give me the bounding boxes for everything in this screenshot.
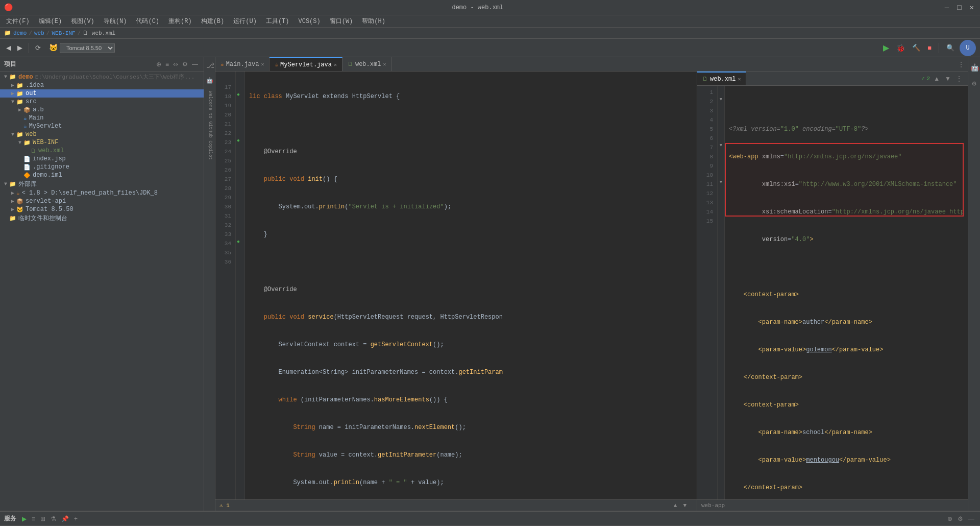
tab-webxml-right[interactable]: 🗋 web.xml ✕ bbox=[697, 71, 746, 86]
expand-arrow-web[interactable]: ▼ bbox=[9, 132, 16, 137]
scroll-up-xml[interactable]: ▲ bbox=[932, 75, 941, 83]
sidebar-expand-button[interactable]: ⇔ bbox=[172, 60, 180, 68]
service-pin-btn[interactable]: 📌 bbox=[60, 515, 70, 523]
bottom-expand-btn[interactable]: ⊕ bbox=[946, 515, 954, 523]
expand-arrow-out[interactable]: ▶ bbox=[9, 90, 16, 97]
build-button[interactable]: 🔨 bbox=[910, 43, 922, 53]
menu-tools[interactable]: 工具(T) bbox=[262, 16, 293, 27]
bottom-close-btn[interactable]: — bbox=[967, 515, 976, 523]
tree-item-out[interactable]: ▶ 📁 out bbox=[0, 89, 204, 98]
editor-menu-button[interactable]: ⋮ bbox=[957, 60, 966, 68]
close-button[interactable]: ✕ bbox=[968, 3, 976, 12]
xml-menu-btn[interactable]: ⋮ bbox=[954, 75, 964, 83]
service-add-btn[interactable]: + bbox=[72, 515, 79, 523]
expand-arrow-jdk[interactable]: ▶ bbox=[9, 190, 16, 196]
tab-close-myservlet[interactable]: ✕ bbox=[334, 62, 337, 68]
tree-item-jdk[interactable]: ▶ ☕ < 1.8 > D:\self_need_path_files\JDK_… bbox=[0, 189, 204, 197]
breadcrumb-web[interactable]: web bbox=[34, 30, 44, 36]
tree-item-webxml[interactable]: 🗋 web.xml bbox=[0, 147, 204, 155]
scroll-down-xml[interactable]: ▼ bbox=[943, 75, 952, 83]
maximize-button[interactable]: □ bbox=[955, 4, 963, 12]
toolbar-update-button[interactable]: ⟳ bbox=[33, 43, 43, 53]
tree-item-main[interactable]: ☕ Main bbox=[0, 114, 204, 122]
service-split-btn[interactable]: ⊞ bbox=[39, 515, 47, 523]
expand-arrow-extlibs[interactable]: ▼ bbox=[2, 181, 9, 187]
tree-item-demo[interactable]: ▼ 📁 demo E:\Undergraduate\School\Courses… bbox=[0, 73, 204, 81]
toolbar: ◀ ▶ ⟳ 🐱 Tomcat 8.5.50 ▶ 🐞 🔨 ■ 🔍 U bbox=[0, 39, 980, 57]
copilot-icon[interactable]: 🤖 bbox=[204, 75, 215, 86]
breadcrumb-webinf[interactable]: WEB-INF bbox=[52, 30, 75, 36]
menu-code[interactable]: 代码(C) bbox=[132, 16, 163, 27]
tree-item-web[interactable]: ▼ 📁 web bbox=[0, 130, 204, 138]
expand-arrow-src[interactable]: ▼ bbox=[9, 99, 16, 105]
breadcrumb-demo[interactable]: demo bbox=[13, 30, 27, 36]
search-button[interactable]: 🔍 bbox=[944, 43, 957, 53]
tree-item-tomcatlib[interactable]: ▶ 🐱 Tomcat 8.5.50 bbox=[0, 205, 204, 213]
settings-side-btn[interactable]: ⚙ bbox=[968, 77, 980, 90]
run-button[interactable]: ▶ bbox=[881, 42, 891, 54]
bottom-settings-btn[interactable]: ⚙ bbox=[956, 515, 965, 523]
toolbar-back-button[interactable]: ◀ bbox=[4, 43, 13, 53]
welcome-icon[interactable]: Welcome to GitHub Copilot bbox=[204, 89, 215, 162]
tab-close-webxml-right[interactable]: ✕ bbox=[738, 76, 741, 82]
code-line-22 bbox=[249, 257, 693, 267]
tree-item-webinf[interactable]: ▼ 📁 WEB-INF bbox=[0, 138, 204, 147]
tab-close-mainjava[interactable]: ✕ bbox=[261, 61, 264, 67]
stop-button[interactable]: ■ bbox=[925, 43, 934, 53]
menu-navigate[interactable]: 导航(N) bbox=[100, 16, 131, 27]
editor-myservlet: 17 18 19 20 21 22 23 24 25 26 27 28 bbox=[215, 71, 697, 511]
menu-edit[interactable]: 编辑(E) bbox=[35, 16, 66, 27]
tree-item-indexjsp[interactable]: 📄 index.jsp bbox=[0, 155, 204, 163]
run-gutter-23[interactable]: ● bbox=[237, 138, 243, 147]
expand-arrow-ab[interactable]: ▶ bbox=[16, 107, 23, 113]
menu-vcs[interactable]: VCS(S) bbox=[294, 17, 324, 26]
expand-arrow-demo[interactable]: ▼ bbox=[2, 74, 9, 80]
expand-arrow-servletapi[interactable]: ▶ bbox=[9, 198, 16, 204]
copilot-button[interactable]: 🤖 bbox=[968, 61, 980, 74]
debug-button[interactable]: 🐞 bbox=[894, 43, 907, 53]
tree-item-temp[interactable]: 📁 临时文件和控制台 bbox=[0, 213, 204, 223]
tab-myservlet[interactable]: ☕ MyServlet.java ✕ bbox=[270, 57, 342, 71]
scroll-up-btn[interactable]: ▲ bbox=[674, 503, 677, 509]
service-tree-btn[interactable]: ≡ bbox=[30, 515, 37, 523]
folder-icon-src: 📁 bbox=[16, 99, 23, 105]
menu-view[interactable]: 视图(V) bbox=[67, 16, 99, 27]
sidebar-minimize-button[interactable]: — bbox=[190, 60, 200, 68]
tree-item-myservlet[interactable]: ☕ MyServlet bbox=[0, 122, 204, 130]
menu-build[interactable]: 构建(B) bbox=[197, 16, 229, 27]
user-avatar[interactable]: U bbox=[960, 40, 976, 56]
minimize-button[interactable]: — bbox=[943, 4, 951, 12]
service-filter-btn[interactable]: ⚗ bbox=[49, 515, 58, 523]
sidebar-scope-button[interactable]: ⊕ bbox=[155, 60, 163, 68]
expand-arrow-webinf[interactable]: ▼ bbox=[16, 140, 23, 146]
tree-item-demoixml[interactable]: 🔶 demo.iml bbox=[0, 171, 204, 179]
tree-item-idea[interactable]: ▶ 📁 .idea bbox=[0, 81, 204, 89]
tree-item-ab[interactable]: ▶ 📦 a.b bbox=[0, 106, 204, 114]
menu-run[interactable]: 运行(U) bbox=[229, 16, 261, 27]
git-icon[interactable]: ⎇ bbox=[204, 59, 215, 72]
sidebar-collapse-button[interactable]: ≡ bbox=[164, 60, 170, 68]
tomcat-selector[interactable]: Tomcat 8.5.50 bbox=[60, 43, 115, 53]
webxml-code-area[interactable]: 1 2 3 4 5 6 7 8 9 10 11 12 13 bbox=[697, 86, 968, 499]
tab-close-webxml-left[interactable]: ✕ bbox=[383, 61, 386, 67]
tab-mainjava[interactable]: ☕ Main.java ✕ bbox=[215, 57, 270, 71]
expand-arrow-idea[interactable]: ▶ bbox=[9, 82, 16, 88]
menu-file[interactable]: 文件(F) bbox=[2, 16, 34, 27]
menu-help[interactable]: 帮助(H) bbox=[358, 16, 389, 27]
expand-arrow-tomcatlib[interactable]: ▶ bbox=[9, 206, 16, 212]
titlebar-controls: — □ ✕ bbox=[943, 3, 976, 12]
service-run-btn[interactable]: ▶ bbox=[20, 515, 28, 523]
tree-item-servletapi[interactable]: ▶ 📦 servlet-api bbox=[0, 197, 204, 205]
tab-webxml-left[interactable]: 🗋 web.xml ✕ bbox=[342, 57, 391, 71]
run-gutter-34[interactable]: ● bbox=[237, 239, 243, 248]
scroll-down-btn[interactable]: ▼ bbox=[683, 503, 687, 509]
menu-refactor[interactable]: 重构(R) bbox=[164, 16, 196, 27]
run-gutter-18[interactable]: ● bbox=[237, 92, 243, 101]
tree-item-src[interactable]: ▼ 📁 src bbox=[0, 98, 204, 106]
menu-window[interactable]: 窗口(W) bbox=[326, 16, 357, 27]
myservlet-code-area[interactable]: 17 18 19 20 21 22 23 24 25 26 27 28 bbox=[215, 71, 697, 499]
toolbar-forward-button[interactable]: ▶ bbox=[15, 43, 24, 53]
sidebar-settings-button[interactable]: ⚙ bbox=[181, 60, 189, 68]
tree-item-extlibs[interactable]: ▼ 📁 外部库 bbox=[0, 179, 204, 189]
tree-item-gitignore[interactable]: 📄 .gitignore bbox=[0, 163, 204, 171]
